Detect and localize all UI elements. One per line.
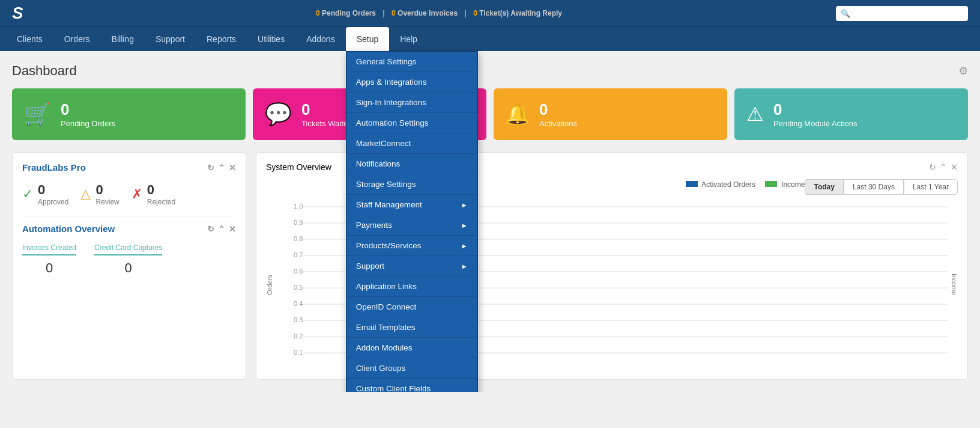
menu-marketconnect[interactable]: MarketConnect — [346, 133, 477, 154]
sep1: | — [383, 9, 384, 17]
svg-text:1.0: 1.0 — [294, 203, 303, 210]
pending-orders-number: 0 — [61, 100, 115, 119]
menu-automation-settings[interactable]: Automation Settings — [346, 113, 477, 133]
menu-signin-integrations[interactable]: Sign-In Integrations — [346, 93, 477, 113]
legend-activated-dot — [686, 181, 698, 187]
chart-legend: Activated Orders Income — [686, 179, 805, 190]
tab-today[interactable]: Today — [805, 179, 843, 195]
setup-dropdown-wrapper: Setup General Settings Apps & Integratio… — [346, 27, 390, 51]
nav-setup[interactable]: Setup — [346, 27, 390, 51]
menu-custom-client-fields[interactable]: Custom Client Fields — [346, 379, 477, 392]
refresh-icon[interactable]: ↻ — [207, 224, 214, 234]
arrow-icon: ► — [461, 242, 468, 249]
menu-application-links[interactable]: Application Links — [346, 277, 477, 297]
stat-card-pending-orders: 🛒 0 Pending Orders — [12, 88, 246, 140]
main-content: Dashboard ⚙ 🛒 0 Pending Orders 💬 0 Ticke… — [0, 51, 980, 392]
nav-addons[interactable]: Addons — [295, 27, 345, 51]
automation-stats: Invoices Created 0 Credit Card Captures … — [22, 243, 236, 276]
menu-payments[interactable]: Payments ► — [346, 215, 477, 236]
module-actions-label: Pending Module Actions — [773, 119, 857, 128]
menu-addon-modules[interactable]: Addon Modules — [346, 338, 477, 358]
svg-text:0.9: 0.9 — [294, 219, 303, 226]
invoices-label: Invoices Created — [22, 243, 76, 255]
chart-title: System Overview — [266, 162, 331, 172]
legend-income-dot — [765, 181, 777, 187]
expand-icon[interactable]: ⌃ — [218, 224, 225, 234]
invoices-number: 0 — [22, 260, 76, 276]
refresh-icon[interactable]: ↻ — [929, 162, 936, 172]
activations-number: 0 — [539, 100, 577, 119]
nav-help[interactable]: Help — [389, 27, 428, 51]
svg-text:0.3: 0.3 — [294, 316, 303, 323]
credit-card-number: 0 — [94, 260, 162, 276]
refresh-icon[interactable]: ↻ — [207, 163, 214, 173]
alerts-bar: 0 Pending Orders | 0 Overdue Invoices | … — [42, 9, 836, 17]
search-input[interactable] — [836, 6, 968, 21]
chat-icon: 💬 — [265, 102, 292, 127]
review-icon: △ — [80, 186, 91, 202]
menu-apps-integrations[interactable]: Apps & Integrations — [346, 72, 477, 93]
activations-label: Activations — [539, 119, 577, 128]
rejected-label: Rejected — [147, 198, 175, 206]
expand-icon[interactable]: ⌃ — [218, 163, 225, 173]
search-icon: 🔍 — [841, 9, 850, 18]
rejected-stat: ✗ 0 Rejected — [132, 182, 175, 206]
nav-reports[interactable]: Reports — [196, 27, 247, 51]
credit-card-label: Credit Card Captures — [94, 243, 162, 255]
module-actions-number: 0 — [773, 100, 857, 119]
dashboard-header: Dashboard ⚙ — [12, 63, 968, 79]
rejected-icon: ✗ — [132, 186, 142, 202]
chart-tabs: Today Last 30 Days Last 1 Year — [805, 179, 958, 195]
search-bar-wrap: 🔍 — [836, 6, 968, 21]
invoices-stat: Invoices Created 0 — [22, 243, 76, 276]
pending-orders-info: 0 Pending Orders — [61, 100, 115, 128]
legend-income: Income — [765, 180, 805, 189]
svg-text:0.7: 0.7 — [294, 251, 303, 258]
automation-header: Automation Overview ↻ ⌃ ✕ — [22, 224, 236, 234]
menu-staff-management[interactable]: Staff Management ► — [346, 195, 477, 215]
nav-support[interactable]: Support — [145, 27, 196, 51]
close-icon[interactable]: ✕ — [229, 163, 236, 173]
search-container: 🔍 — [836, 6, 968, 21]
menu-openid-connect[interactable]: OpenID Connect — [346, 297, 477, 317]
menu-products-services[interactable]: Products/Services ► — [346, 236, 477, 256]
arrow-icon: ► — [461, 263, 468, 270]
expand-icon[interactable]: ⌃ — [940, 162, 947, 172]
gear-icon[interactable]: ⚙ — [958, 64, 968, 78]
approved-number: 0 — [38, 182, 68, 198]
fraud-stats: ✓ 0 Approved △ 0 Review ✗ 0 — [22, 182, 236, 206]
tab-1year[interactable]: Last 1 Year — [904, 179, 958, 195]
menu-notifications[interactable]: Notifications — [346, 154, 477, 174]
logo-area: S — [12, 4, 42, 23]
activations-info: 0 Activations — [539, 100, 577, 128]
close-icon[interactable]: ✕ — [951, 162, 958, 172]
close-icon[interactable]: ✕ — [229, 224, 236, 234]
approved-label: Approved — [38, 198, 68, 206]
main-nav: Clients Orders Billing Support Reports U… — [0, 27, 980, 51]
stat-card-activations: 🔔 0 Activations — [494, 88, 727, 140]
system-panel-controls: ↻ ⌃ ✕ — [929, 162, 958, 172]
nav-orders[interactable]: Orders — [53, 27, 101, 51]
nav-utilities[interactable]: Utilities — [247, 27, 295, 51]
nav-billing[interactable]: Billing — [101, 27, 145, 51]
rejected-info: 0 Rejected — [147, 182, 175, 206]
menu-general-settings[interactable]: General Settings — [346, 52, 477, 72]
menu-email-templates[interactable]: Email Templates — [346, 317, 477, 338]
automation-controls: ↻ ⌃ ✕ — [207, 224, 236, 234]
rejected-number: 0 — [147, 182, 175, 198]
arrow-icon: ► — [461, 201, 468, 209]
legend-income-label: Income — [781, 180, 805, 189]
approved-stat: ✓ 0 Approved — [22, 182, 68, 206]
divider — [22, 216, 236, 216]
review-number: 0 — [95, 182, 119, 198]
tab-30days[interactable]: Last 30 Days — [844, 179, 904, 195]
pending-orders-label: Pending Orders — [322, 9, 376, 17]
menu-support[interactable]: Support ► — [346, 256, 477, 277]
menu-client-groups[interactable]: Client Groups — [346, 358, 477, 379]
fraudlabs-controls: ↻ ⌃ ✕ — [207, 163, 236, 173]
page-title: Dashboard — [12, 63, 77, 79]
nav-clients[interactable]: Clients — [6, 27, 53, 51]
approved-icon: ✓ — [22, 186, 33, 202]
menu-storage-settings[interactable]: Storage Settings — [346, 174, 477, 195]
legend-activated: Activated Orders — [686, 180, 755, 189]
